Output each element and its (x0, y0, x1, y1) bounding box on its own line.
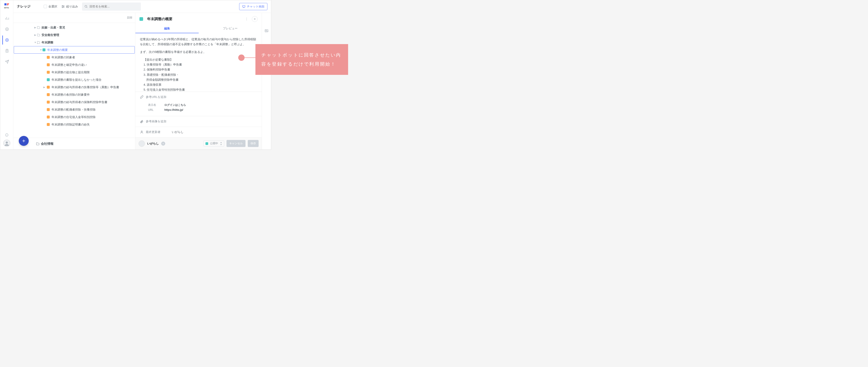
status-square-icon (47, 116, 50, 119)
nav-send-icon[interactable] (2, 57, 11, 66)
folder-icon (36, 142, 39, 146)
folder-icon (37, 41, 40, 44)
svg-point-5 (6, 39, 8, 41)
left-nav: HiTTO (0, 0, 13, 150)
folder-row[interactable]: ▶ 妊娠・出産・育児 (13, 24, 135, 31)
required-docs-list: 【提出が必要な書類】 1. 扶養控除等（異動）申告書 2. 保険料控除申告書 3… (144, 57, 257, 92)
filter-button[interactable]: 絞り込み (61, 4, 78, 8)
chat-screen-button[interactable]: チャット画面 (239, 3, 268, 10)
status-square-icon (47, 101, 50, 103)
detail-title: 年末調整の概要 (147, 17, 241, 22)
svg-point-17 (246, 20, 247, 20)
body-paragraph: まず、次の5種類の書類を準備する必要があるよ。 (140, 50, 257, 55)
folder-icon (37, 33, 40, 37)
stepper-icon (220, 142, 222, 145)
tree-item[interactable]: 年末調整の住宅借入金等特別控除 (13, 113, 135, 121)
app-window: HiTTO ナレッジ 全選択 (0, 0, 271, 150)
status-square-icon (140, 17, 143, 21)
chat-icon (242, 5, 246, 8)
status-square-icon (206, 142, 208, 145)
tree-item[interactable]: 年末調整の配偶者控除・扶養控除 (13, 106, 135, 113)
marketing-callout: チャットボットに回答させたい内容を登録するだけで利用開始！ (255, 44, 348, 75)
tree-item[interactable]: ▶年末調整の給与所得者の扶養控除等（異動）申告書 (13, 84, 135, 91)
svg-rect-19 (265, 30, 268, 32)
tree-item[interactable]: 年末調整の給与所得者の保険料控除申告書 (13, 98, 135, 106)
url-fields: 表示名ログインはこちら URLhttps://hitto.jp/ (135, 102, 262, 116)
svg-point-18 (141, 131, 142, 132)
tree-item[interactable]: 年末調整の各控除の対象要件 (13, 91, 135, 98)
svg-point-10 (62, 5, 63, 6)
status-square-icon (47, 56, 50, 59)
filter-icon (61, 5, 65, 8)
bottom-folder[interactable]: 会社情報 (13, 138, 135, 150)
tree-item[interactable]: 年末調整の対象者 (13, 54, 135, 61)
brand-logo: HiTTO (3, 2, 10, 9)
owner-avatar (138, 141, 145, 147)
detail-tabs: 編集 プレビュー (135, 24, 262, 33)
updater-section: 最終更新者 いがらし (135, 127, 262, 137)
svg-point-1 (5, 28, 8, 31)
tab-preview[interactable]: プレビュー (199, 24, 262, 33)
status-selector[interactable]: 公開中 (204, 141, 224, 147)
folder-row[interactable]: ▼ 年末調整 (13, 39, 135, 46)
chevron-right-icon: ▶ (34, 26, 37, 29)
tree-item-selected[interactable]: ▼ 年末調整の概要 (14, 46, 135, 54)
status-square-icon (47, 63, 50, 66)
tree-column-header: 回答 (13, 13, 135, 23)
status-square-icon (47, 71, 50, 74)
close-button[interactable] (252, 16, 258, 22)
user-avatar[interactable] (3, 140, 10, 147)
right-rail (262, 13, 271, 150)
detail-pane: 年末調整の概要 編集 プレビュー 従業員が納めるべき1年間の所得税と、従業員の毎… (135, 13, 262, 150)
link-icon (140, 95, 144, 99)
remove-owner-icon[interactable]: × (161, 142, 165, 146)
tab-edit[interactable]: 編集 (135, 24, 199, 33)
info-icon[interactable] (5, 133, 8, 137)
callout-line (243, 57, 255, 58)
add-image-section[interactable]: 参考画像を追加 (135, 116, 262, 127)
select-all-checkbox[interactable]: 全選択 (43, 4, 57, 8)
svg-rect-6 (6, 50, 8, 53)
user-icon (140, 130, 144, 134)
tree-item[interactable]: 年末調整と確定申告の違い (13, 61, 135, 68)
folder-row[interactable]: ▶ 安全衛生管理 (13, 31, 135, 39)
save-button[interactable]: 保存 (248, 140, 258, 147)
svg-text:HiTTO: HiTTO (4, 7, 9, 8)
svg-rect-14 (243, 5, 245, 7)
add-fab-button[interactable]: + (19, 136, 29, 146)
more-icon[interactable] (244, 16, 250, 22)
topbar: ナレッジ 全選択 絞り込み チャット画面 (13, 0, 271, 13)
status-square-icon (47, 123, 50, 126)
svg-point-3 (7, 29, 8, 29)
content: 回答 ▶ 妊娠・出産・育児 ▶ 安全衛生管理 ▼ (13, 13, 271, 150)
nav-clipboard-icon[interactable] (2, 47, 11, 55)
svg-point-11 (63, 6, 64, 7)
chevron-down-icon: ▼ (39, 49, 42, 51)
cancel-button[interactable]: キャンセル (226, 140, 246, 147)
chevron-down-icon: ▼ (34, 41, 37, 43)
plus-icon: + (22, 138, 25, 144)
search-input[interactable] (90, 5, 138, 8)
body-paragraph: 従業員が納めるべき1年間の所得税と、従業員の毎月の給与や賞与から控除した所得税額… (140, 37, 257, 47)
detail-header: 年末調整の概要 (135, 13, 262, 22)
search-icon (84, 5, 88, 8)
svg-point-12 (62, 7, 63, 8)
checkbox-icon (43, 5, 47, 8)
status-square-icon (47, 108, 50, 111)
tree-item[interactable]: 年末調整の提出物と提出期限 (13, 68, 135, 76)
nav-smile-icon[interactable] (2, 25, 11, 34)
svg-point-2 (6, 29, 7, 29)
svg-point-4 (5, 38, 8, 41)
search-box[interactable] (82, 2, 141, 11)
tree-item[interactable]: 年末調整の書類を提出しなかった場合 (13, 76, 135, 84)
image-icon[interactable] (265, 29, 269, 33)
main: ナレッジ 全選択 絞り込み チャット画面 回答 (13, 0, 271, 150)
tree-item[interactable]: 年末調整の控除証明書の紛失 (13, 121, 135, 128)
svg-point-9 (6, 142, 8, 144)
nav-analytics-icon[interactable] (2, 14, 11, 23)
add-url-section[interactable]: 参考URLを追加 (135, 92, 262, 102)
folder-icon (37, 26, 40, 29)
nav-knowledge-icon[interactable] (2, 35, 11, 44)
detail-body[interactable]: 従業員が納めるべき1年間の所得税と、従業員の毎月の給与や賞与から控除した所得税額… (135, 33, 262, 92)
svg-point-16 (246, 19, 247, 19)
